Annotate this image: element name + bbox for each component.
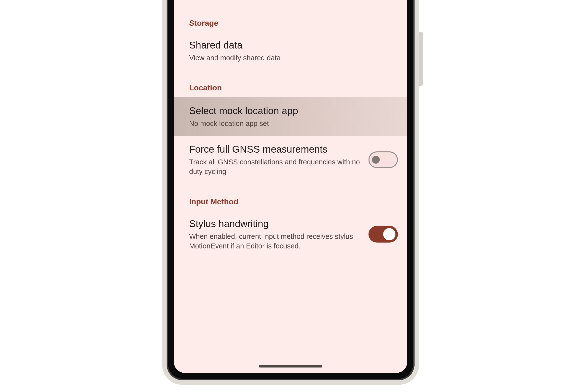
toggle-knob (383, 228, 396, 240)
section-header-input: Input Method (174, 190, 407, 211)
row-gnss-text: Force full GNSS measurements Track all G… (189, 143, 364, 176)
gnss-title: Force full GNSS measurements (189, 143, 364, 155)
spacer (174, 184, 407, 190)
phone-side-button (419, 32, 423, 86)
stage: Storage Shared data View and modify shar… (0, 0, 588, 392)
row-stylus[interactable]: Stylus handwriting When enabled, current… (174, 211, 407, 258)
phone-frame: Storage Shared data View and modify shar… (166, 0, 414, 380)
spacer (174, 70, 407, 76)
row-shared-data[interactable]: Shared data View and modify shared data (174, 32, 407, 70)
stylus-toggle[interactable] (368, 226, 398, 242)
shared-data-title: Shared data (189, 39, 398, 51)
mock-location-title: Select mock location app (189, 104, 398, 117)
mock-location-subtitle: No mock location app set (189, 119, 366, 128)
section-header-location: Location (174, 76, 407, 97)
phone-shell: Storage Shared data View and modify shar… (162, 0, 419, 385)
phone-screen: Storage Shared data View and modify shar… (174, 0, 407, 373)
gnss-toggle[interactable] (368, 152, 398, 168)
stylus-subtitle: When enabled, current Input method recei… (189, 232, 364, 251)
settings-list[interactable]: Storage Shared data View and modify shar… (174, 0, 407, 373)
gnss-subtitle: Track all GNSS constellations and freque… (189, 157, 364, 176)
row-stylus-text: Stylus handwriting When enabled, current… (189, 218, 364, 251)
row-shared-data-text: Shared data View and modify shared data (189, 39, 398, 63)
section-header-storage: Storage (174, 12, 407, 32)
shared-data-subtitle: View and modify shared data (189, 53, 366, 63)
row-mock-location-text: Select mock location app No mock locatio… (189, 104, 398, 128)
gesture-navbar[interactable] (259, 365, 322, 368)
toggle-knob (372, 156, 380, 164)
row-mock-location[interactable]: Select mock location app No mock locatio… (174, 97, 407, 136)
stylus-title: Stylus handwriting (189, 218, 364, 230)
row-gnss[interactable]: Force full GNSS measurements Track all G… (174, 136, 407, 183)
